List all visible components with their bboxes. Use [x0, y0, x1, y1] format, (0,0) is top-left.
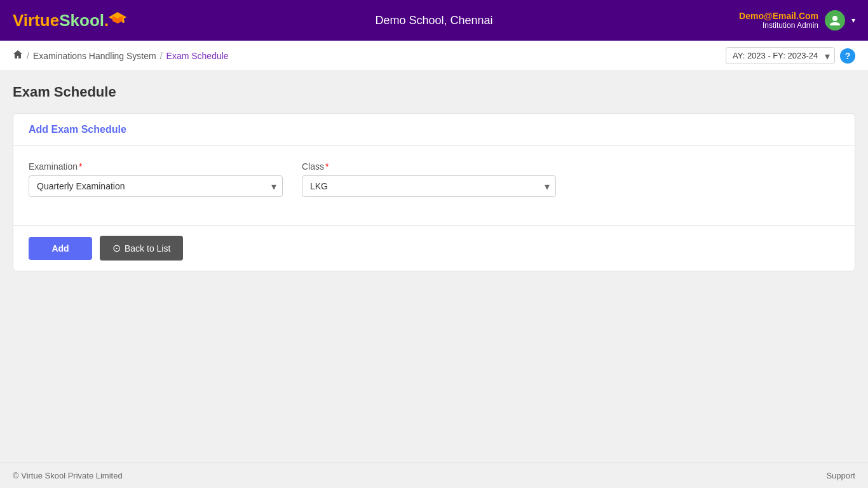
svg-point-3 — [122, 20, 125, 23]
form-row: Examination* Quarterly Examination Half … — [29, 161, 839, 197]
breadcrumb-bar: / Examinations Handling System / Exam Sc… — [0, 41, 868, 71]
user-role: Institution Admin — [739, 21, 818, 30]
main-content: Exam Schedule Add Exam Schedule Examinat… — [0, 71, 868, 463]
examination-group: Examination* Quarterly Examination Half … — [29, 161, 283, 197]
user-email: Demo@Email.Com — [739, 11, 818, 21]
logo-virtue: Virtue — [13, 11, 59, 30]
footer-support[interactable]: Support — [826, 471, 855, 480]
back-to-list-label: Back to List — [125, 243, 170, 254]
home-icon[interactable] — [13, 50, 23, 62]
school-name: Demo School, Chennai — [375, 14, 492, 27]
logo-text: VirtueSkool. — [13, 11, 109, 30]
class-group: Class* LKG UKG Class 1 Class 2 Class 3 — [302, 161, 556, 197]
user-text: Demo@Email.Com Institution Admin — [739, 11, 818, 30]
form-card-footer: Add ⊙ Back to List — [13, 225, 855, 271]
examination-select-wrapper: Quarterly Examination Half Yearly Examin… — [29, 175, 283, 197]
class-label: Class* — [302, 161, 556, 172]
logo-skool: Skool — [59, 11, 104, 30]
help-icon[interactable]: ? — [840, 48, 855, 64]
breadcrumb: / Examinations Handling System / Exam Sc… — [13, 50, 229, 62]
back-to-list-button[interactable]: ⊙ Back to List — [100, 236, 183, 261]
svg-rect-2 — [123, 16, 124, 21]
back-icon: ⊙ — [112, 242, 121, 254]
ay-dropdown-wrapper: AY: 2023 - FY: 2023-24 AY: 2022 - FY: 20… — [726, 47, 835, 64]
logo-dot: . — [104, 11, 109, 30]
breadcrumb-sep-2: / — [160, 51, 163, 61]
breadcrumb-sep-1: / — [27, 51, 29, 61]
header: VirtueSkool. Demo School, Chennai Demo@E… — [0, 0, 868, 41]
graduation-hat-icon — [109, 11, 126, 27]
examination-required: * — [79, 161, 82, 172]
footer: © Virtue Skool Private Limited Support — [0, 463, 868, 488]
class-select[interactable]: LKG UKG Class 1 Class 2 Class 3 — [302, 175, 556, 197]
page-title: Exam Schedule — [13, 84, 855, 100]
form-card-body: Examination* Quarterly Examination Half … — [13, 146, 855, 225]
ay-dropdown[interactable]: AY: 2023 - FY: 2023-24 AY: 2022 - FY: 20… — [726, 47, 835, 64]
form-card-title: Add Exam Schedule — [29, 124, 126, 135]
class-required: * — [325, 161, 329, 172]
form-card-header: Add Exam Schedule — [13, 114, 855, 146]
avatar[interactable] — [825, 10, 845, 30]
logo: VirtueSkool. — [13, 11, 126, 30]
user-info: Demo@Email.Com Institution Admin ▾ — [739, 10, 855, 30]
svg-point-4 — [832, 16, 837, 21]
form-card: Add Exam Schedule Examination* Quarterly… — [13, 113, 855, 271]
footer-copyright: © Virtue Skool Private Limited — [13, 471, 123, 480]
class-select-wrapper: LKG UKG Class 1 Class 2 Class 3 — [302, 175, 556, 197]
user-dropdown-arrow[interactable]: ▾ — [851, 16, 855, 25]
breadcrumb-examinations[interactable]: Examinations Handling System — [33, 51, 156, 61]
examination-select[interactable]: Quarterly Examination Half Yearly Examin… — [29, 175, 283, 197]
examination-label: Examination* — [29, 161, 283, 172]
add-button[interactable]: Add — [29, 237, 92, 260]
breadcrumb-current: Exam Schedule — [166, 51, 229, 61]
ay-selector: AY: 2023 - FY: 2023-24 AY: 2022 - FY: 20… — [726, 47, 855, 64]
